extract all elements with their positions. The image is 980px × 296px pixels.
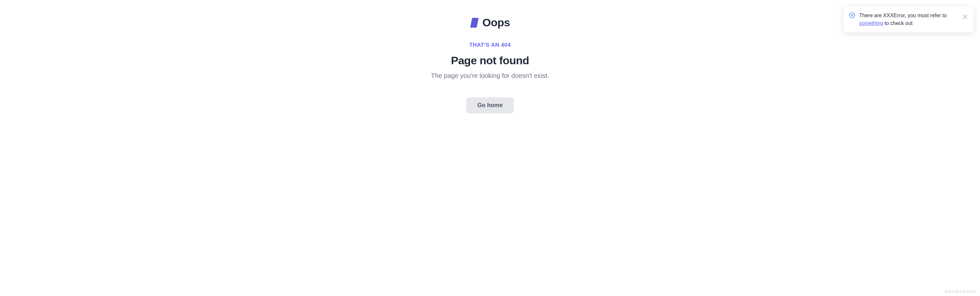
error-notification: There are XXXError, you must refer to so… — [843, 6, 974, 32]
notification-text-before: There are XXXError, you must refer to — [859, 13, 947, 18]
logo-icon — [470, 18, 479, 28]
logo-title-group: Oops — [470, 16, 510, 29]
go-home-button[interactable]: Go home — [466, 97, 514, 113]
notification-message: There are XXXError, you must refer to so… — [859, 12, 959, 27]
error-code-subtitle: THAT'S AN 404 — [469, 42, 511, 48]
page-title: Oops — [482, 16, 510, 29]
error-page-container: Oops THAT'S AN 404 Page not found The pa… — [0, 0, 980, 113]
error-circle-icon — [850, 12, 855, 18]
notification-link[interactable]: something — [859, 21, 883, 26]
error-description: The page you're looking for doesn't exis… — [431, 72, 549, 79]
error-heading: Page not found — [451, 54, 529, 67]
close-notification-button[interactable] — [963, 14, 968, 19]
close-icon — [963, 14, 967, 19]
notification-text-after: to check out — [883, 21, 913, 26]
watermark-text: @稀土掘金技术社区 — [945, 289, 977, 294]
